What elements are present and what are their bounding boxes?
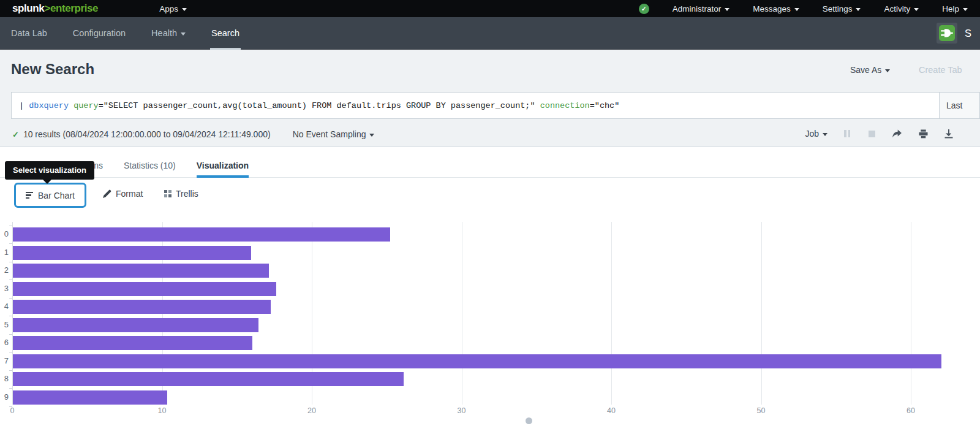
health-status-icon[interactable]: ✓ xyxy=(639,4,649,14)
bar-chart: 01020304050600123456789 xyxy=(0,222,980,424)
search-input[interactable]: | dbxquery query="SELECT passenger_count… xyxy=(12,93,939,118)
chevron-down-icon xyxy=(856,8,861,11)
save-as-button[interactable]: Save As xyxy=(850,65,890,75)
y-axis-label: 5 xyxy=(0,320,9,329)
trellis-button[interactable]: Trellis xyxy=(164,189,198,199)
splunk-search-page: splunk>enterprise Apps ✓ Administrator M… xyxy=(0,0,980,434)
y-axis-tick xyxy=(9,298,12,299)
bar[interactable] xyxy=(13,336,252,350)
top-bar: splunk>enterprise Apps ✓ Administrator M… xyxy=(0,0,980,17)
nav-tab-search[interactable]: Search xyxy=(211,17,239,50)
query-token xyxy=(69,101,74,110)
create-table-view-button[interactable]: Create Tab xyxy=(919,65,962,75)
x-axis-label: 40 xyxy=(599,406,624,415)
bar[interactable] xyxy=(13,264,269,278)
trellis-grid-icon xyxy=(164,190,172,197)
pencil-icon xyxy=(103,189,111,198)
stop-icon[interactable] xyxy=(869,131,875,137)
event-sampling-menu[interactable]: No Event Sampling xyxy=(293,129,375,139)
time-range-picker[interactable]: Last xyxy=(939,93,979,118)
select-visualization-tooltip: Select visualization xyxy=(5,161,94,180)
y-axis-tick xyxy=(9,262,12,262)
scroll-indicator-dot[interactable] xyxy=(526,417,532,424)
tab-statistics[interactable]: Statistics (10) xyxy=(124,153,176,178)
query-token: = xyxy=(99,101,104,110)
bar[interactable] xyxy=(13,300,271,314)
y-axis-label: 3 xyxy=(0,284,9,293)
bar[interactable] xyxy=(13,390,167,405)
pause-icon[interactable] xyxy=(844,130,852,137)
x-axis-label: 10 xyxy=(150,406,175,415)
results-bar: ✓ 10 results (08/04/2024 12:00:00.000 to… xyxy=(0,123,980,147)
download-icon[interactable] xyxy=(944,129,953,139)
help-menu[interactable]: Help xyxy=(942,4,968,13)
chevron-down-icon xyxy=(182,8,187,11)
x-axis-label: 60 xyxy=(899,406,923,415)
search-bar: | dbxquery query="SELECT passenger_count… xyxy=(11,92,980,119)
bar[interactable] xyxy=(13,282,276,296)
x-axis-label: 0 xyxy=(0,406,24,415)
bar[interactable] xyxy=(13,354,941,368)
top-bar-right: ✓ Administrator Messages Settings Activi… xyxy=(639,4,968,14)
logo-product: enterprise xyxy=(50,2,98,14)
y-axis-label: 0 xyxy=(0,229,9,238)
chevron-down-icon xyxy=(914,8,919,11)
y-axis-tick xyxy=(9,352,12,352)
chevron-down-icon xyxy=(181,32,186,36)
x-gridline xyxy=(911,222,911,405)
tab-visualization[interactable]: Visualization xyxy=(197,153,249,178)
query-token: "SELECT passenger_count,avg(total_amount… xyxy=(104,101,535,110)
query-token: query xyxy=(74,101,99,110)
x-gridline xyxy=(462,222,462,405)
check-icon: ✓ xyxy=(12,130,19,139)
query-token: dbxquery xyxy=(29,101,69,110)
query-token: = xyxy=(590,101,595,110)
y-axis-tick xyxy=(9,370,12,371)
activity-menu[interactable]: Activity xyxy=(884,4,919,13)
page-title: New Search xyxy=(11,61,94,78)
x-gridline xyxy=(761,222,762,405)
y-axis-label: 9 xyxy=(0,392,9,402)
y-axis-tick xyxy=(9,243,12,244)
chevron-down-icon xyxy=(823,133,827,136)
query-token: | xyxy=(19,101,29,110)
bar[interactable] xyxy=(13,372,404,386)
print-icon[interactable] xyxy=(919,129,928,139)
splunk-logo[interactable]: splunk>enterprise xyxy=(12,2,98,15)
y-axis-label: 7 xyxy=(0,356,9,365)
y-axis-tick xyxy=(9,226,12,226)
y-axis-label: 2 xyxy=(0,265,9,275)
results-tabs: Events (0) Patterns Statistics (10) Visu… xyxy=(0,153,980,178)
y-axis-tick xyxy=(9,316,12,316)
administrator-menu[interactable]: Administrator xyxy=(673,4,730,13)
chevron-down-icon xyxy=(725,8,729,11)
query-token: "chc" xyxy=(595,101,620,110)
bar[interactable] xyxy=(13,227,390,242)
y-axis-tick xyxy=(9,406,12,407)
logo-gt: > xyxy=(44,2,50,14)
nav-tab-configuration[interactable]: Configuration xyxy=(73,17,126,50)
y-axis-label: 8 xyxy=(0,374,9,383)
messages-menu[interactable]: Messages xyxy=(753,4,799,13)
query-token xyxy=(535,101,540,110)
results-summary: 10 results (08/04/2024 12:00:00.000 to 0… xyxy=(23,129,271,139)
apps-menu[interactable]: Apps xyxy=(159,4,187,13)
results-info: ✓ 10 results (08/04/2024 12:00:00.000 to… xyxy=(12,129,374,139)
chevron-down-icon xyxy=(369,134,374,137)
share-icon[interactable] xyxy=(892,129,902,138)
chevron-down-icon xyxy=(963,8,968,11)
bar-chart-icon xyxy=(26,192,33,199)
settings-menu[interactable]: Settings xyxy=(823,4,861,13)
format-button[interactable]: Format xyxy=(103,189,143,199)
app-name: S xyxy=(965,28,971,39)
bar[interactable] xyxy=(13,246,251,260)
y-axis-tick xyxy=(9,334,12,335)
db-connect-app-button[interactable] xyxy=(937,23,957,44)
x-gridline xyxy=(611,222,612,405)
job-controls: Job xyxy=(805,129,953,139)
logo-brand: splunk xyxy=(12,2,44,14)
job-menu[interactable]: Job xyxy=(805,129,827,139)
nav-tab-data-lab[interactable]: Data Lab xyxy=(11,17,47,50)
bar[interactable] xyxy=(13,318,258,332)
nav-tab-health[interactable]: Health xyxy=(151,17,186,50)
